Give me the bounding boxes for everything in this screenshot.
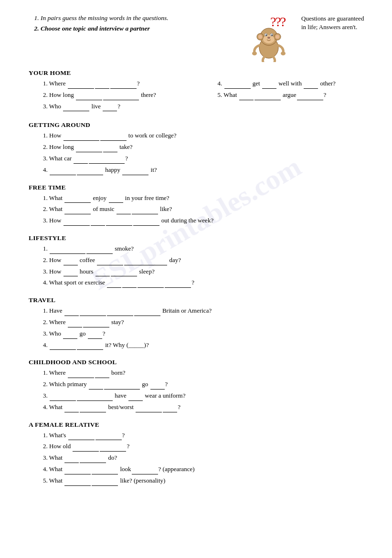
header-right: ??? bbox=[249, 14, 368, 60]
blank bbox=[80, 316, 106, 316]
blank bbox=[77, 175, 103, 175]
instructions: In pairs guess the missing words in the … bbox=[29, 14, 249, 35]
list-item: How coffee day? bbox=[43, 255, 368, 265]
blank bbox=[91, 225, 105, 226]
lifestyle-list: smoke? How coffee day? How hours sleep? … bbox=[29, 244, 368, 288]
blank bbox=[95, 378, 109, 378]
svg-point-11 bbox=[267, 37, 270, 39]
blank bbox=[117, 214, 131, 214]
blank bbox=[77, 349, 103, 350]
blank bbox=[239, 100, 254, 100]
section-your-home: YOUR HOME Where ? How long there? Who li… bbox=[29, 69, 368, 113]
blank bbox=[68, 378, 94, 378]
list-item: get well with other? bbox=[218, 79, 369, 89]
list-item: How old ? bbox=[43, 442, 368, 452]
free-time-title: FREE TIME bbox=[29, 184, 368, 191]
list-item: How to work or college? bbox=[43, 131, 368, 141]
blank bbox=[74, 163, 88, 164]
blank bbox=[83, 327, 109, 327]
list-item: What look? (appearance) bbox=[43, 464, 368, 474]
list-item: How long take? bbox=[43, 142, 368, 152]
blank bbox=[100, 140, 127, 141]
list-item: have wear a uniform? bbox=[43, 391, 368, 401]
blank bbox=[132, 214, 158, 214]
blank bbox=[68, 440, 95, 440]
section-free-time: FREE TIME What enjoy in your free time? … bbox=[29, 184, 368, 226]
blank bbox=[107, 316, 133, 316]
blank bbox=[80, 412, 106, 412]
blank bbox=[77, 400, 113, 401]
list-item: smoke? bbox=[43, 244, 368, 254]
blank bbox=[64, 412, 79, 412]
list-item: Where born? bbox=[43, 368, 368, 378]
blank bbox=[304, 88, 318, 89]
list-item: What like? (personality) bbox=[43, 476, 368, 486]
getting-around-list: How to work or college? How long take? W… bbox=[29, 131, 368, 175]
blank bbox=[64, 463, 79, 463]
childhood-list: Where born? Which primary go ? have wear… bbox=[29, 368, 368, 412]
your-home-left-list: Where ? How long there? Who live ? bbox=[29, 79, 194, 111]
blank bbox=[136, 412, 162, 412]
blank bbox=[132, 474, 158, 474]
list-item: What of music like? bbox=[43, 204, 368, 214]
blank bbox=[63, 338, 77, 339]
list-item: What's ? bbox=[43, 431, 368, 441]
svg-point-5 bbox=[275, 35, 279, 39]
list-item: What car ? bbox=[43, 154, 368, 164]
blank bbox=[107, 287, 121, 288]
travel-list: Have Britain or America? Where stay? Who… bbox=[29, 306, 368, 350]
your-home-title: YOUR HOME bbox=[29, 69, 368, 77]
blank bbox=[163, 412, 177, 412]
childhood-title: CHILDHOOD AND SCHOOL bbox=[29, 358, 368, 366]
blank bbox=[76, 100, 102, 100]
blank bbox=[122, 287, 137, 288]
blank bbox=[254, 100, 281, 100]
blank bbox=[109, 202, 123, 203]
monkey-graphic: ??? bbox=[249, 14, 297, 60]
blank bbox=[128, 400, 143, 401]
blank bbox=[68, 327, 82, 327]
blank bbox=[64, 474, 91, 474]
blank bbox=[262, 88, 276, 89]
section-getting-around: GETTING AROUND How to work or college? H… bbox=[29, 121, 368, 175]
list-item: it? Why (_____)? bbox=[43, 340, 368, 350]
blank bbox=[64, 225, 90, 226]
svg-point-13 bbox=[281, 52, 286, 55]
female-relative-list: What's ? How old ? What do? What look? (… bbox=[29, 431, 368, 486]
svg-point-10 bbox=[271, 34, 273, 36]
svg-point-9 bbox=[265, 34, 267, 36]
list-item: Which primary go ? bbox=[43, 379, 368, 390]
blank bbox=[64, 265, 78, 265]
blank bbox=[100, 451, 126, 452]
blank bbox=[50, 400, 76, 401]
blank bbox=[76, 152, 102, 152]
blank bbox=[95, 88, 109, 89]
blank bbox=[165, 287, 191, 288]
list-item: Who go ? bbox=[43, 329, 368, 339]
female-relative-title: A FEMALE RELATIVE bbox=[29, 421, 368, 429]
blank bbox=[64, 140, 99, 141]
blank bbox=[64, 485, 91, 486]
blank bbox=[50, 175, 76, 175]
section-lifestyle: LIFESTYLE smoke? How coffee day? How hou… bbox=[29, 234, 368, 288]
your-home-left: Where ? How long there? Who live ? bbox=[29, 79, 194, 113]
section-travel: TRAVEL Have Britain or America? Where st… bbox=[29, 296, 368, 350]
quote-box: Questions are guaranteed in life; Answer… bbox=[301, 14, 368, 32]
blank bbox=[86, 253, 113, 254]
blank bbox=[106, 225, 132, 226]
list-item: How out during the week? bbox=[43, 216, 368, 226]
blank bbox=[104, 389, 140, 390]
blank bbox=[64, 214, 91, 214]
list-item: What best/worst ? bbox=[43, 402, 368, 412]
blank bbox=[297, 100, 323, 100]
blank bbox=[134, 316, 160, 316]
instruction-2: Choose one topic and interview a partner bbox=[41, 25, 239, 32]
blank bbox=[63, 111, 89, 111]
svg-point-12 bbox=[252, 52, 257, 55]
list-item: What do? bbox=[43, 453, 368, 463]
instruction-1: In pairs guess the missing words in the … bbox=[41, 14, 239, 22]
header-section: In pairs guess the missing words in the … bbox=[29, 14, 368, 60]
list-item: Who live ? bbox=[43, 102, 194, 112]
blank bbox=[92, 485, 118, 486]
list-item: How long there? bbox=[43, 90, 194, 100]
